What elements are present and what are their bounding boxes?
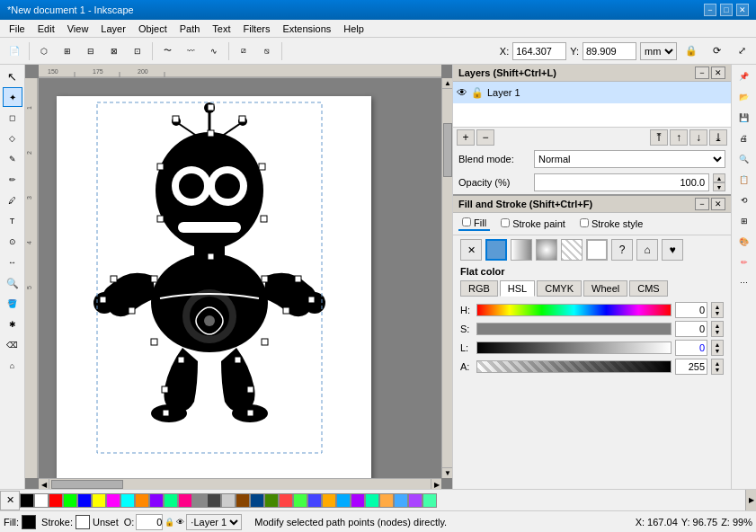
minimize-button[interactable]: − bbox=[704, 4, 716, 16]
close-button[interactable]: ✕ bbox=[736, 4, 749, 16]
zoom-fit-btn[interactable]: ⤢ bbox=[731, 40, 752, 62]
lightness-stepper[interactable]: ▲ ▼ bbox=[711, 340, 724, 356]
palette-color-25[interactable] bbox=[379, 493, 394, 508]
tb9[interactable]: ⧄ bbox=[233, 40, 254, 62]
alpha-value[interactable] bbox=[675, 359, 707, 375]
lightness-value[interactable] bbox=[675, 340, 707, 356]
heart-button[interactable]: ♥ bbox=[662, 239, 683, 261]
layer-visibility-toggle[interactable]: 👁 bbox=[457, 86, 467, 99]
brush-button[interactable]: ✏ bbox=[734, 253, 754, 272]
palette-color-24[interactable] bbox=[365, 493, 379, 508]
menu-item-file[interactable]: File bbox=[4, 22, 31, 35]
saturation-value[interactable] bbox=[675, 321, 707, 337]
text-tool[interactable]: T bbox=[3, 211, 22, 231]
alpha-track[interactable] bbox=[476, 360, 672, 373]
palette-color-4[interactable] bbox=[77, 493, 92, 508]
opacity-up-button[interactable]: ▲ bbox=[713, 173, 725, 182]
palette-color-21[interactable] bbox=[322, 493, 336, 508]
x-input[interactable] bbox=[512, 42, 566, 60]
palette-color-28[interactable] bbox=[422, 493, 437, 508]
tab-stroke-style[interactable]: Stroke style bbox=[576, 217, 647, 230]
swatch-button[interactable] bbox=[586, 239, 608, 261]
palette-color-2[interactable] bbox=[49, 493, 63, 508]
palette-color-8[interactable] bbox=[135, 493, 149, 508]
palette-color-12[interactable] bbox=[192, 493, 207, 508]
tab-cms[interactable]: CMS bbox=[629, 280, 667, 297]
layer-up-button[interactable]: ↑ bbox=[670, 129, 688, 146]
vertical-scroll-thumb[interactable] bbox=[443, 123, 452, 177]
unknown-paint-button[interactable]: ? bbox=[611, 239, 633, 261]
find-button[interactable]: 🔍 bbox=[734, 149, 754, 169]
menu-item-path[interactable]: Path bbox=[174, 22, 206, 35]
opacity-input[interactable] bbox=[534, 173, 709, 191]
lightness-track[interactable] bbox=[476, 341, 672, 354]
pen-tool[interactable]: ✎ bbox=[3, 149, 22, 169]
layer-to-bottom-button[interactable]: ⤓ bbox=[709, 129, 727, 146]
transform-btn[interactable]: ⟳ bbox=[706, 40, 727, 62]
select-tool[interactable]: ↖ bbox=[3, 66, 22, 86]
palette-color-19[interactable] bbox=[293, 493, 307, 508]
shape-tool[interactable]: ◇ bbox=[3, 129, 22, 148]
linear-grad-button[interactable] bbox=[511, 239, 532, 261]
palette-color-10[interactable] bbox=[164, 493, 178, 508]
more-button[interactable]: ⋯ bbox=[734, 273, 754, 293]
palette-color-7[interactable] bbox=[120, 493, 135, 508]
layer-down-button[interactable]: ↓ bbox=[689, 129, 707, 146]
flat-color-button[interactable] bbox=[485, 239, 507, 261]
layer-to-top-button[interactable]: ⤒ bbox=[650, 129, 668, 146]
tab-stroke-paint[interactable]: Stroke paint bbox=[497, 217, 569, 230]
tb10[interactable]: ⧅ bbox=[256, 40, 278, 62]
hue-track[interactable] bbox=[476, 304, 672, 316]
tb4[interactable]: ⊠ bbox=[103, 40, 125, 62]
no-fill-button[interactable]: ✕ bbox=[460, 239, 482, 261]
scroll-down-button[interactable]: ▼ bbox=[442, 467, 452, 478]
tb3[interactable]: ⊟ bbox=[80, 40, 102, 62]
fill-close-button[interactable]: ✕ bbox=[711, 198, 725, 210]
alpha-stepper[interactable]: ▲ ▼ bbox=[711, 359, 724, 375]
fill-color-swatch[interactable] bbox=[22, 515, 36, 529]
snap-button[interactable]: 📌 bbox=[734, 66, 754, 86]
hue-stepper[interactable]: ▲ ▼ bbox=[711, 302, 724, 318]
menu-item-text[interactable]: Text bbox=[207, 22, 236, 35]
eraser-tool[interactable]: ⌫ bbox=[3, 335, 22, 355]
stroke-paint-checkbox[interactable] bbox=[501, 218, 510, 227]
opacity-stepper[interactable]: ▲ ▼ bbox=[713, 173, 725, 191]
fill-minimize-button[interactable]: − bbox=[695, 198, 709, 210]
no-color-button[interactable]: ✕ bbox=[0, 491, 20, 510]
layers-minimize-button[interactable]: − bbox=[695, 66, 709, 79]
stroke-style-checkbox[interactable] bbox=[580, 218, 589, 227]
palette-color-27[interactable] bbox=[408, 493, 422, 508]
maximize-button[interactable]: □ bbox=[720, 4, 733, 16]
save-button[interactable]: 💾 bbox=[734, 108, 754, 128]
measure-tool[interactable]: ↔ bbox=[3, 253, 22, 272]
gradient-tool[interactable]: ⊙ bbox=[3, 232, 22, 252]
tab-cmyk[interactable]: CMYK bbox=[537, 280, 582, 297]
stroke-color-swatch[interactable] bbox=[76, 515, 90, 529]
horizontal-scroll-thumb[interactable] bbox=[51, 480, 123, 489]
layer-row[interactable]: 👁 🔓 Layer 1 bbox=[453, 82, 731, 103]
hue-value[interactable] bbox=[675, 302, 707, 318]
tab-hsl[interactable]: HSL bbox=[500, 280, 535, 297]
palette-scroll-button[interactable]: ▶ bbox=[745, 490, 756, 511]
layers-close-button[interactable]: ✕ bbox=[711, 66, 725, 79]
align-button[interactable]: ⊞ bbox=[734, 211, 754, 231]
tab-wheel[interactable]: Wheel bbox=[583, 280, 627, 297]
scroll-left-button[interactable]: ◀ bbox=[39, 479, 49, 489]
tb5[interactable]: ⊡ bbox=[127, 40, 148, 62]
palette-color-5[interactable] bbox=[92, 493, 106, 508]
blend-mode-select[interactable]: NormalMultiplyScreenOverlay bbox=[534, 150, 725, 168]
saturation-stepper[interactable]: ▲ ▼ bbox=[711, 321, 724, 337]
palette-color-23[interactable] bbox=[351, 493, 365, 508]
tb2[interactable]: ⊞ bbox=[57, 40, 78, 62]
transform-panel-button[interactable]: ⟲ bbox=[734, 191, 754, 210]
palette-color-20[interactable] bbox=[307, 493, 322, 508]
xml-button[interactable]: 📋 bbox=[734, 170, 754, 190]
palette-color-3[interactable] bbox=[63, 493, 77, 508]
palette-color-1[interactable] bbox=[34, 493, 49, 508]
tb6[interactable]: 〜 bbox=[156, 40, 178, 62]
layer-select[interactable]: ·Layer 1 bbox=[186, 514, 242, 530]
horizontal-scrollbar[interactable]: ◀ ▶ bbox=[39, 478, 441, 489]
palette-color-22[interactable] bbox=[336, 493, 351, 508]
unit-select[interactable]: mmpxin bbox=[640, 42, 677, 60]
lock-aspect-btn[interactable]: 🔒 bbox=[680, 40, 702, 62]
